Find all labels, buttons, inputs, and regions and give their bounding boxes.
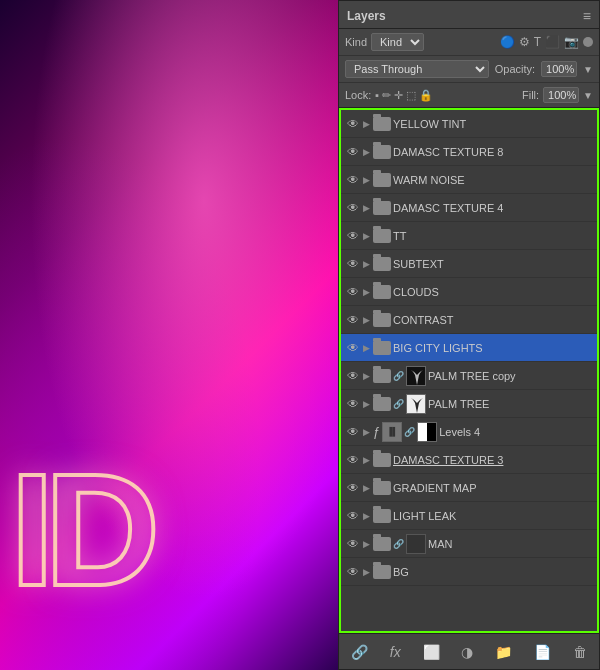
layer-row[interactable]: 👁▶🔗PALM TREE copy: [341, 362, 597, 390]
opacity-value[interactable]: 100%: [541, 61, 577, 77]
expand-icon[interactable]: ▶: [363, 119, 371, 129]
visibility-toggle-icon[interactable]: 👁: [345, 536, 361, 552]
new-layer-button[interactable]: 📄: [530, 642, 555, 662]
visibility-toggle-icon[interactable]: 👁: [345, 424, 361, 440]
layer-row[interactable]: 👁▶BIG CITY LIGHTS: [341, 334, 597, 362]
layer-name-label: LIGHT LEAK: [393, 510, 593, 522]
opacity-arrow-icon[interactable]: ▼: [583, 64, 593, 75]
background-letters: ID: [10, 450, 150, 610]
chain-icon: 🔗: [393, 371, 404, 381]
expand-icon[interactable]: ▶: [363, 567, 371, 577]
layer-folder-icon: [373, 229, 391, 243]
layer-row[interactable]: 👁▶CONTRAST: [341, 306, 597, 334]
lock-paint-icon[interactable]: ✏: [382, 89, 391, 102]
visibility-toggle-icon[interactable]: 👁: [345, 564, 361, 580]
layer-name-label: PALM TREE copy: [428, 370, 593, 382]
kind-icons-group: 🔵 ⚙ T ⬛ 📷: [500, 35, 593, 49]
layer-folder-icon: [373, 453, 391, 467]
visibility-toggle-icon[interactable]: 👁: [345, 172, 361, 188]
layer-name-label: GRADIENT MAP: [393, 482, 593, 494]
layer-row[interactable]: 👁▶YELLOW TINT: [341, 110, 597, 138]
expand-icon[interactable]: ▶: [363, 147, 371, 157]
link-layers-button[interactable]: 🔗: [347, 642, 372, 662]
visibility-toggle-icon[interactable]: 👁: [345, 144, 361, 160]
lock-all-icon[interactable]: 🔒: [419, 89, 433, 102]
expand-icon[interactable]: ▶: [363, 259, 371, 269]
visibility-toggle-icon[interactable]: 👁: [345, 312, 361, 328]
expand-icon[interactable]: ▶: [363, 287, 371, 297]
layer-row[interactable]: 👁▶TT: [341, 222, 597, 250]
layer-row[interactable]: 👁▶🔗MAN: [341, 530, 597, 558]
layer-row[interactable]: 👁▶DAMASC TEXTURE 4: [341, 194, 597, 222]
panel-header: Layers ≡: [339, 1, 599, 29]
expand-icon[interactable]: ▶: [363, 511, 371, 521]
kind-select[interactable]: Kind: [371, 33, 424, 51]
visibility-toggle-icon[interactable]: 👁: [345, 480, 361, 496]
layer-row[interactable]: 👁▶DAMASC TEXTURE 3: [341, 446, 597, 474]
fx-button[interactable]: fx: [386, 642, 405, 662]
type-filter-icon[interactable]: T: [534, 35, 541, 49]
visibility-toggle-icon[interactable]: 👁: [345, 340, 361, 356]
expand-icon[interactable]: ▶: [363, 371, 371, 381]
layer-folder-icon: [373, 537, 391, 551]
lock-transparency-icon[interactable]: ▪: [375, 89, 379, 101]
layer-row[interactable]: 👁▶CLOUDS: [341, 278, 597, 306]
lock-artboard-icon[interactable]: ⬚: [406, 89, 416, 102]
expand-icon[interactable]: ▶: [363, 203, 371, 213]
layer-name-label: MAN: [428, 538, 593, 550]
expand-icon[interactable]: ▶: [363, 175, 371, 185]
expand-icon[interactable]: ▶: [363, 399, 371, 409]
layer-row[interactable]: 👁▶🔗PALM TREE: [341, 390, 597, 418]
visibility-toggle-icon[interactable]: 👁: [345, 508, 361, 524]
expand-icon[interactable]: ▶: [363, 315, 371, 325]
layer-name-label: CONTRAST: [393, 314, 593, 326]
expand-icon[interactable]: ▶: [363, 539, 371, 549]
pixel-filter-icon[interactable]: 🔵: [500, 35, 515, 49]
visibility-toggle-icon[interactable]: 👁: [345, 284, 361, 300]
layer-row[interactable]: 👁▶DAMASC TEXTURE 8: [341, 138, 597, 166]
layer-row[interactable]: 👁▶GRADIENT MAP: [341, 474, 597, 502]
layer-row[interactable]: 👁▶BG: [341, 558, 597, 586]
visibility-toggle-icon[interactable]: 👁: [345, 228, 361, 244]
layer-name-label: DAMASC TEXTURE 8: [393, 146, 593, 158]
fill-label: Fill:: [522, 89, 539, 101]
visibility-toggle-icon[interactable]: 👁: [345, 116, 361, 132]
expand-icon[interactable]: ▶: [363, 483, 371, 493]
layer-folder-icon: [373, 397, 391, 411]
visibility-toggle-icon[interactable]: 👁: [345, 256, 361, 272]
panel-title: Layers: [347, 9, 386, 23]
fill-arrow-icon[interactable]: ▼: [583, 90, 593, 101]
panel-menu-icon[interactable]: ≡: [583, 8, 591, 24]
expand-icon[interactable]: ▶: [363, 231, 371, 241]
expand-icon[interactable]: ▶: [363, 455, 371, 465]
shape-filter-icon[interactable]: ⬛: [545, 35, 560, 49]
visibility-toggle-icon[interactable]: 👁: [345, 368, 361, 384]
blend-mode-select[interactable]: Pass Through: [345, 60, 489, 78]
visibility-toggle-icon[interactable]: 👁: [345, 200, 361, 216]
layer-name-label: Levels 4: [439, 426, 593, 438]
layer-row[interactable]: 👁▶LIGHT LEAK: [341, 502, 597, 530]
adjustment-filter-icon[interactable]: ⚙: [519, 35, 530, 49]
lock-row: Lock: ▪ ✏ ✛ ⬚ 🔒 Fill: 100% ▼: [339, 83, 599, 108]
chain-icon: 🔗: [393, 399, 404, 409]
add-mask-button[interactable]: ⬜: [419, 642, 444, 662]
visibility-toggle-icon[interactable]: 👁: [345, 452, 361, 468]
fill-value[interactable]: 100%: [543, 87, 579, 103]
layer-name-label: TT: [393, 230, 593, 242]
opacity-label: Opacity:: [495, 63, 535, 75]
add-adjustment-button[interactable]: ◑: [457, 642, 477, 662]
layer-row[interactable]: 👁▶ƒ▐▌🔗Levels 4: [341, 418, 597, 446]
layer-row[interactable]: 👁▶SUBTEXT: [341, 250, 597, 278]
delete-layer-button[interactable]: 🗑: [569, 642, 591, 662]
smartobj-filter-icon[interactable]: 📷: [564, 35, 579, 49]
visibility-toggle-icon[interactable]: 👁: [345, 396, 361, 412]
lock-move-icon[interactable]: ✛: [394, 89, 403, 102]
new-group-button[interactable]: 📁: [491, 642, 516, 662]
chain-icon: 🔗: [393, 539, 404, 549]
layers-panel: Layers ≡ Kind Kind 🔵 ⚙ T ⬛ 📷 Pass Throug…: [338, 0, 600, 670]
expand-icon[interactable]: ▶: [363, 427, 371, 437]
layer-folder-icon: [373, 369, 391, 383]
filter-dot[interactable]: [583, 37, 593, 47]
layer-row[interactable]: 👁▶WARM NOISE: [341, 166, 597, 194]
expand-icon[interactable]: ▶: [363, 343, 371, 353]
